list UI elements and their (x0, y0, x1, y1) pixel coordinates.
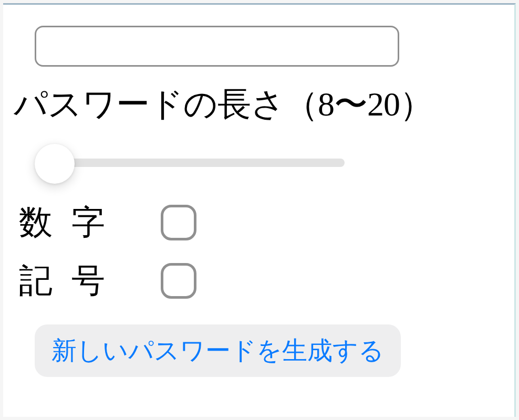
password-generator-window: パスワードの長さ（8〜20） 数字 記号 新しいパスワードを生成する (3, 3, 516, 417)
password-output-field[interactable] (35, 26, 399, 67)
numbers-checkbox[interactable] (161, 205, 196, 240)
symbols-option-row: 記号 (19, 258, 504, 303)
numbers-option-row: 数字 (19, 200, 504, 245)
password-length-label: パスワードの長さ（8〜20） (14, 81, 504, 127)
generate-password-button[interactable]: 新しいパスワードを生成する (35, 324, 401, 377)
password-length-slider[interactable] (24, 142, 360, 184)
symbols-checkbox[interactable] (161, 263, 196, 299)
slider-track (50, 159, 345, 167)
slider-thumb[interactable] (35, 144, 75, 184)
symbols-label: 記号 (19, 258, 161, 303)
numbers-label: 数字 (19, 200, 161, 245)
